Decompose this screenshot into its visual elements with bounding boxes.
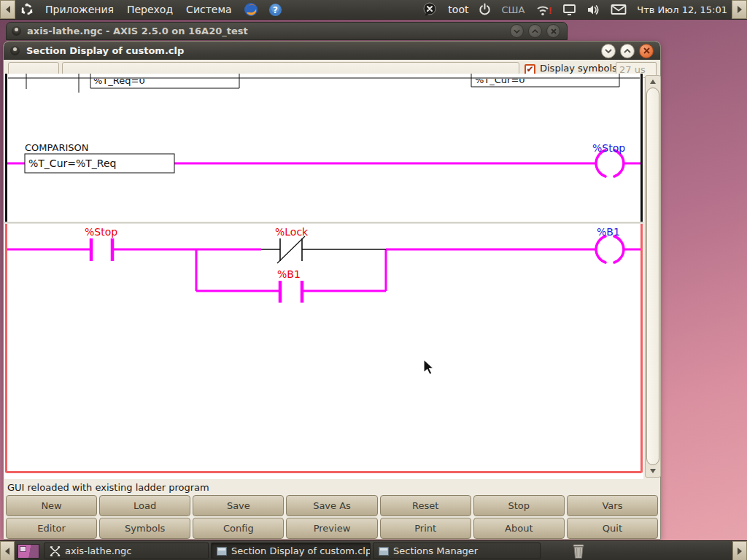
task-axis-lathe[interactable]: axis-lathe.ngc: [44, 542, 209, 559]
load-button[interactable]: Load: [99, 495, 190, 516]
contact-b1-parallel[interactable]: [280, 281, 302, 303]
svg-text:!: !: [549, 6, 552, 16]
ladder-window-icon: [10, 46, 20, 55]
help-launcher-icon[interactable]: ?: [268, 3, 282, 17]
desktop: Приложения Переход Система ? to: [0, 0, 747, 560]
top-panel: Приложения Переход Система ? to: [0, 0, 747, 20]
comparison-rung[interactable]: COMPARISON %T_Cur=%T_Req %Stop: [7, 142, 640, 176]
stop-button[interactable]: Stop: [473, 495, 565, 516]
mail-indicator-icon[interactable]: [611, 4, 627, 15]
rung2-frame-selected: [7, 224, 642, 472]
about-button[interactable]: About: [473, 518, 565, 539]
right-arrow-icon: [738, 6, 742, 13]
contact-stop[interactable]: [91, 238, 112, 261]
axis-window-icon: [12, 26, 21, 36]
contact-lock-nc[interactable]: [261, 236, 386, 263]
power-indicator-icon[interactable]: [479, 3, 491, 16]
coil-stop[interactable]: [596, 150, 624, 176]
network-indicator-icon[interactable]: !: [535, 3, 552, 17]
comparison-expression: %T_Cur=%T_Req: [28, 158, 116, 169]
ladder-maximize-button[interactable]: [620, 44, 635, 58]
reset-button[interactable]: Reset: [380, 495, 471, 516]
taskbar-hide-left-button[interactable]: [0, 541, 15, 560]
axis-maximize-button[interactable]: [528, 24, 542, 38]
coil-stop-label: %Stop: [592, 142, 625, 154]
panel-hide-left-button[interactable]: [0, 0, 15, 19]
coil-b1[interactable]: [596, 236, 624, 262]
contact-stop-label: %Stop: [85, 226, 117, 238]
axis-app-icon: [50, 546, 61, 556]
taskbar-hide-right-button[interactable]: [732, 541, 747, 560]
left-arrow-icon: [5, 548, 9, 555]
menu-system[interactable]: Система: [186, 4, 231, 15]
ubuntu-logo-icon[interactable]: [20, 3, 34, 16]
session-username[interactable]: toot: [448, 4, 468, 15]
workspace-switcher[interactable]: [18, 544, 39, 559]
right-arrow-icon: [738, 548, 742, 555]
rung1-frame: [7, 74, 642, 222]
vars-button[interactable]: Vars: [567, 495, 658, 516]
task-label: Sections Manager: [393, 545, 478, 556]
volume-indicator-icon[interactable]: [587, 4, 600, 16]
svg-text:%T_Req=0: %T_Req=0: [93, 75, 145, 86]
contact-b1-label: %B1: [277, 268, 301, 280]
panel-hide-right-button[interactable]: [732, 0, 747, 19]
task-sections-manager[interactable]: Sections Manager: [373, 542, 541, 559]
panel-clock[interactable]: Чтв Июл 12, 15:01: [637, 4, 727, 15]
scroll-down-button[interactable]: [646, 466, 660, 476]
display-symbols-label: Display symbols: [540, 63, 617, 74]
vertical-scrollbar[interactable]: [645, 75, 661, 478]
messaging-indicator-icon[interactable]: [422, 2, 438, 17]
ladder-close-button[interactable]: [639, 44, 654, 58]
display-indicator-icon[interactable]: [562, 4, 576, 16]
axis-minimize-button[interactable]: [510, 24, 524, 38]
ladder-canvas[interactable]: %T_Req=0 %T_Cur=0 COMPARISON: [4, 74, 643, 479]
svg-text:?: ?: [273, 4, 278, 15]
menu-places[interactable]: Переход: [127, 4, 173, 15]
ladder-drawing: %T_Req=0 %T_Cur=0 COMPARISON: [4, 74, 643, 479]
window-glyph-icon: [217, 547, 227, 556]
svg-text:%T_Cur=0: %T_Cur=0: [475, 74, 525, 85]
config-button[interactable]: Config: [193, 518, 284, 539]
status-message: GUI reloaded with existing ladder progra…: [7, 482, 209, 493]
ladder-window-title: Section Display of custom.clp: [26, 45, 184, 56]
editor-button[interactable]: Editor: [6, 518, 97, 539]
scrollbar-thumb[interactable]: [646, 88, 659, 465]
action-buttons: New Load Save Save As Reset Stop Vars Ed…: [6, 495, 658, 539]
trash-applet[interactable]: [570, 542, 587, 560]
save-as-button[interactable]: Save As: [286, 495, 377, 516]
left-arrow-icon: [6, 6, 10, 13]
preview-button[interactable]: Preview: [286, 518, 377, 539]
axis-window-titlebar[interactable]: axis-lathe.ngc - AXIS 2.5.0 on 16A20_tes…: [6, 22, 568, 40]
latch-rung[interactable]: %Stop %Lock %B1 %B1: [7, 226, 640, 303]
task-label: Section Display of custom.clp: [231, 545, 371, 556]
clipped-rung-values: %T_Req=0 %T_Cur=0: [93, 74, 525, 86]
save-button[interactable]: Save: [193, 495, 284, 516]
scroll-down-icon: [650, 469, 656, 473]
contact-lock-label: %Lock: [275, 226, 309, 238]
menu-applications[interactable]: Приложения: [45, 4, 114, 15]
scroll-up-icon: [650, 79, 656, 84]
bottom-taskbar: axis-lathe.ngc Section Display of custom…: [0, 540, 747, 560]
keyboard-layout-indicator[interactable]: США: [501, 4, 525, 15]
task-label: axis-lathe.ngc: [65, 545, 131, 556]
ladder-window: Section Display of custom.clp ✔ Display …: [3, 41, 661, 540]
task-section-display[interactable]: Section Display of custom.clp: [211, 542, 371, 559]
powered-wires: [7, 249, 640, 291]
trash-icon: [570, 542, 587, 559]
symbols-button[interactable]: Symbols: [99, 518, 190, 539]
new-button[interactable]: New: [6, 495, 97, 516]
print-button[interactable]: Print: [380, 518, 471, 539]
quit-button[interactable]: Quit: [567, 518, 658, 539]
ladder-minimize-button[interactable]: [601, 44, 616, 58]
coil-b1-label: %B1: [597, 226, 620, 238]
comparison-block-label: COMPARISON: [25, 142, 89, 153]
axis-close-button[interactable]: [546, 24, 560, 38]
scroll-up-button[interactable]: [646, 77, 660, 87]
axis-window-title: axis-lathe.ngc - AXIS 2.5.0 on 16A20_tes…: [27, 26, 248, 36]
firefox-launcher-icon[interactable]: [244, 2, 258, 17]
ladder-window-titlebar[interactable]: Section Display of custom.clp: [4, 42, 660, 60]
window-glyph-icon: [379, 547, 389, 556]
